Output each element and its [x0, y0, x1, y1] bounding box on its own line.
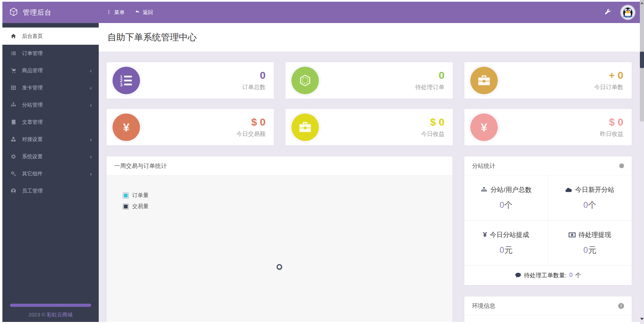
branch-stats-grid: 分站/用户总数 0个 今日新开分站 0个 ¥	[464, 175, 632, 266]
sidebar-item-label: 订单管理	[22, 50, 43, 57]
cube-logo-icon	[9, 7, 18, 18]
environment-panel-title: 环境信息	[472, 302, 495, 310]
scrollbar-track-lower[interactable]	[640, 121, 644, 324]
branch-cell-label: 今日分站提成	[490, 230, 529, 239]
stat-label: 今日订单数	[594, 83, 623, 91]
qq-avatar[interactable]	[621, 5, 635, 20]
info-icon[interactable]: i	[618, 303, 624, 309]
stat-card-yesterday-profit[interactable]: ¥ $ 0 昨日收益	[464, 109, 632, 145]
pending-tickets-row[interactable]: 待处理工单数量: 0 个	[464, 266, 632, 285]
branch-cell-commission[interactable]: ¥ 今日分站提成 0元	[464, 220, 548, 266]
branch-cell-label: 今日新开分站	[575, 185, 614, 194]
page-title: 自助下单系统管理中心	[107, 31, 197, 43]
money-icon: 0	[569, 232, 576, 238]
sitemap-icon	[11, 102, 17, 108]
branch-panel-title: 分站统计	[472, 162, 495, 170]
legend-item-orders[interactable]: 订单量	[123, 192, 149, 199]
branch-cell-new-today[interactable]: 今日新开分站 0个	[548, 175, 632, 220]
chart-legend: 订单量 交易量	[123, 192, 149, 214]
sidebar-item-staff[interactable]: 员工管理	[2, 182, 99, 199]
gears-icon	[11, 171, 17, 176]
sidebar-item-articles[interactable]: 文章管理	[2, 114, 99, 131]
stat-card-pending-orders[interactable]: 0 待处理订单	[286, 62, 453, 99]
loading-spinner	[277, 264, 282, 270]
sidebar: 后台首页 订单管理 商品管理 ‹ 发卡管理 ‹	[2, 23, 99, 322]
sidebar-item-products[interactable]: 商品管理 ‹	[2, 62, 99, 79]
comment-icon	[515, 272, 521, 278]
chevron-left-icon: ‹	[90, 137, 92, 142]
branch-cell-total[interactable]: 分站/用户总数 0个	[464, 175, 548, 220]
brand[interactable]: 管理后台	[2, 7, 99, 18]
legend-item-transactions[interactable]: 交易量	[123, 203, 149, 210]
sidebar-item-label: 商品管理	[22, 67, 43, 74]
branch-cell-unit: 元	[504, 245, 513, 255]
chevron-left-icon: ‹	[90, 102, 92, 108]
stat-label: 待处理订单	[415, 83, 444, 91]
branch-cell-value: 0	[500, 200, 504, 209]
yen-icon: ¥	[112, 114, 140, 141]
sidebar-item-orders[interactable]: 订单管理	[2, 45, 99, 62]
list-ol-icon: 1 2 3	[112, 67, 140, 94]
stat-label: 订单总数	[242, 83, 266, 91]
sidebar-item-home[interactable]: 后台首页	[2, 28, 99, 45]
briefcase-icon	[291, 114, 319, 141]
sidebar-item-branches[interactable]: 分站管理 ‹	[2, 96, 99, 114]
brand-link[interactable]: 彩虹云商城	[47, 312, 73, 317]
scrollbar-up-arrow[interactable]	[640, 2, 644, 4]
branch-cell-unit: 个	[588, 200, 596, 209]
back-arrow-icon	[135, 9, 140, 15]
stat-value: + 0	[594, 70, 623, 81]
book-icon	[11, 119, 17, 125]
stat-card-today-orders[interactable]: + 0 今日订单数	[464, 62, 632, 99]
legend-label: 订单量	[132, 192, 149, 199]
top-header-bar: 管理后台 菜单 返回	[2, 2, 640, 23]
sidebar-item-label: 发卡管理	[22, 85, 43, 91]
sidebar-progress-bar	[10, 304, 91, 307]
stat-card-today-profit[interactable]: $ 0 今日收益	[286, 109, 453, 145]
menu-toggle-button[interactable]: 菜单	[106, 9, 125, 16]
sidebar-item-api[interactable]: 对接设置 ‹	[2, 131, 99, 148]
menu-label: 菜单	[114, 9, 125, 16]
wrench-icon[interactable]	[604, 9, 611, 17]
topbar-menu: 菜单 返回	[106, 9, 153, 16]
branch-stats-panel: 分站统计 分站/用户总数 0个	[464, 156, 632, 285]
tickets-value: 0	[569, 272, 572, 279]
back-button[interactable]: 返回	[135, 9, 153, 16]
stat-value: 0	[242, 70, 266, 81]
sitemap-icon	[481, 187, 487, 193]
branch-cell-unit: 元	[588, 245, 596, 255]
sidebar-item-cards[interactable]: 发卡管理 ‹	[2, 79, 99, 96]
list-icon	[11, 51, 17, 56]
chevron-left-icon: ‹	[90, 85, 92, 91]
stat-value: $ 0	[236, 117, 266, 128]
sidebar-item-components[interactable]: 其它组件 ‹	[2, 165, 99, 182]
status-dot-icon	[619, 163, 624, 168]
stat-card-today-revenue[interactable]: ¥ $ 0 今日交易额	[107, 109, 274, 145]
sidebar-item-label: 后台首页	[22, 33, 43, 40]
legend-swatch-cyan	[123, 193, 128, 198]
branch-cell-value: 0	[583, 245, 588, 255]
user-icon	[11, 188, 17, 194]
branch-cell-label: 待处理提现	[579, 230, 611, 239]
stat-card-total-orders[interactable]: 1 2 3 0 订单总数	[107, 62, 274, 99]
branch-panel-header: 分站统计	[464, 156, 632, 175]
admin-dashboard: 管理后台 菜单 返回	[0, 0, 644, 324]
branch-cell-label: 分站/用户总数	[491, 185, 532, 194]
sidebar-item-settings[interactable]: 系统设置 ‹	[2, 148, 99, 165]
yen-icon: ¥	[470, 114, 498, 141]
sidebar-item-label: 员工管理	[22, 188, 43, 194]
briefcase-icon	[470, 67, 498, 94]
chevron-left-icon: ‹	[90, 171, 92, 177]
sidebar-item-label: 文章管理	[22, 119, 43, 126]
chart-panel-header: 一周交易与订单统计	[107, 156, 452, 175]
sidebar-item-label: 对接设置	[22, 136, 43, 143]
branch-cell-unit: 个	[504, 200, 513, 209]
sidebar-item-label: 其它组件	[22, 171, 43, 177]
scrollbar-thumb[interactable]	[640, 52, 644, 68]
branch-cell-value: 0	[583, 200, 588, 209]
gear-icon	[11, 154, 17, 159]
branch-cell-withdrawals[interactable]: 0 待处理提现 0元	[548, 220, 632, 266]
scrollbar-down-arrow[interactable]	[640, 318, 644, 320]
environment-panel-header: 环境信息 i	[464, 296, 632, 315]
cubes-icon	[11, 137, 17, 142]
